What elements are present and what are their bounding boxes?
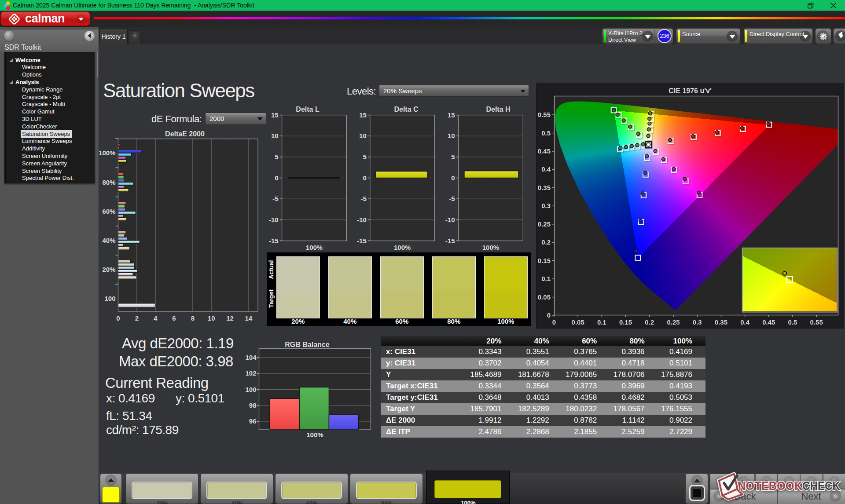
svg-text:NOTEBOOK: NOTEBOOK bbox=[738, 479, 802, 493]
svg-text:CHECK: CHECK bbox=[802, 479, 840, 493]
